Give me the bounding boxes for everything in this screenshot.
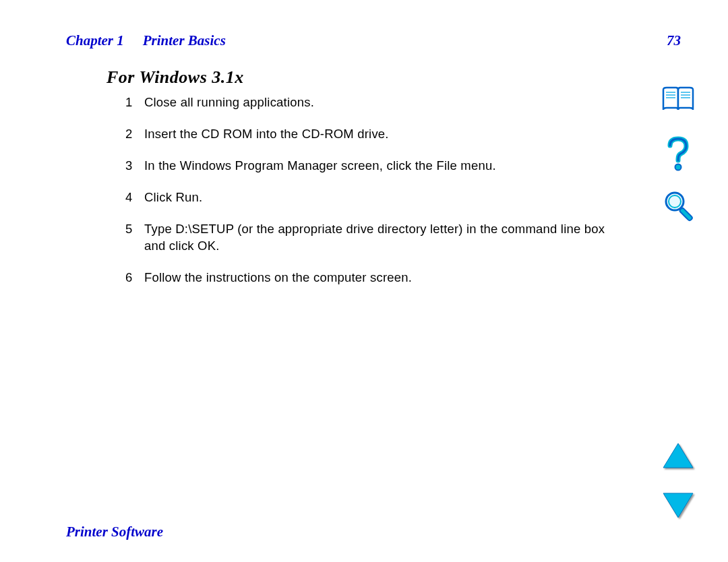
step-text: Follow the instructions on the computer … — [144, 270, 617, 286]
page-up-icon — [662, 442, 694, 469]
contents-button[interactable] — [661, 82, 696, 117]
step-text: Close all running applications. — [144, 94, 617, 111]
svg-marker-10 — [663, 443, 693, 468]
next-page-button[interactable] — [662, 492, 694, 522]
list-item: 6 Follow the instructions on the compute… — [125, 270, 617, 286]
step-text: Type D:\SETUP (or the appropriate drive … — [144, 221, 617, 255]
page-nav — [659, 442, 697, 522]
instruction-list: 1 Close all running applications. 2 Inse… — [125, 94, 617, 301]
list-item: 4 Click Run. — [125, 189, 617, 206]
search-icon — [663, 190, 693, 225]
book-icon — [661, 86, 695, 114]
step-number: 4 — [125, 189, 144, 206]
help-icon — [665, 136, 692, 171]
chapter-title: Printer Basics — [143, 32, 226, 49]
page-header: Chapter 1 Printer Basics — [66, 32, 681, 49]
sidebar-tools — [659, 82, 697, 225]
svg-point-6 — [675, 164, 681, 170]
list-item: 5 Type D:\SETUP (or the appropriate driv… — [125, 221, 617, 255]
step-text: Click Run. — [144, 189, 617, 206]
page-number: 73 — [667, 32, 681, 49]
step-number: 5 — [125, 221, 144, 238]
help-button[interactable] — [661, 136, 696, 171]
step-number: 2 — [125, 126, 144, 143]
step-number: 6 — [125, 270, 144, 286]
step-number: 1 — [125, 94, 144, 111]
document-page: Chapter 1 Printer Basics 73 For Windows … — [0, 0, 728, 562]
list-item: 1 Close all running applications. — [125, 94, 617, 111]
list-item: 2 Insert the CD ROM into the CD-ROM driv… — [125, 126, 617, 143]
page-down-icon — [662, 492, 694, 519]
chapter-label: Chapter 1 — [66, 32, 124, 49]
footer-section-title: Printer Software — [66, 524, 163, 540]
svg-rect-9 — [679, 208, 693, 222]
step-number: 3 — [125, 158, 144, 175]
list-item: 3 In the Windows Program Manager screen,… — [125, 158, 617, 175]
search-button[interactable] — [661, 190, 696, 225]
step-text: Insert the CD ROM into the CD-ROM drive. — [144, 126, 617, 143]
prev-page-button[interactable] — [662, 442, 694, 472]
step-text: In the Windows Program Manager screen, c… — [144, 158, 617, 175]
section-heading: For Windows 3.1x — [107, 67, 244, 88]
svg-marker-11 — [663, 493, 693, 518]
